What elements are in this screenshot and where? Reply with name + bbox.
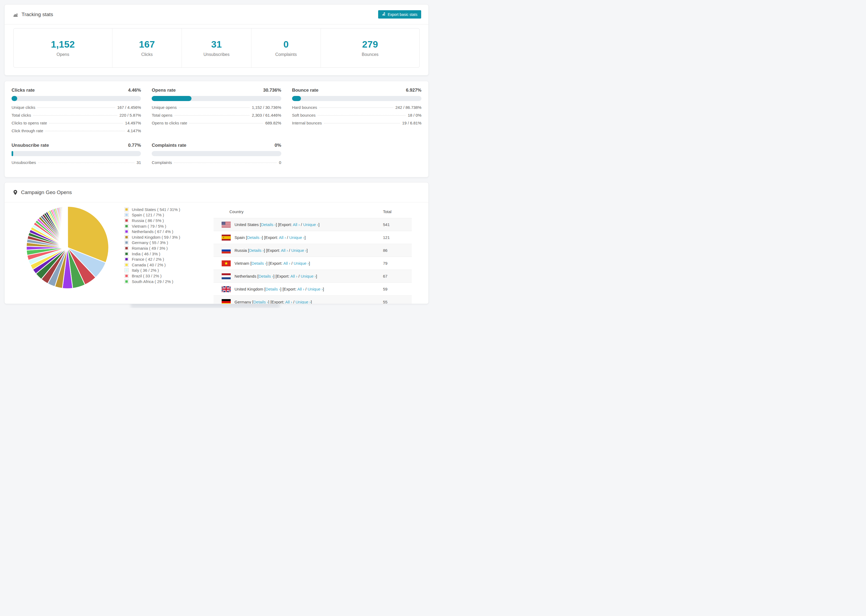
export-all-link[interactable]: All › (297, 287, 304, 291)
export-unique-link[interactable]: Unique › (308, 287, 323, 291)
us-flag-icon (222, 222, 231, 228)
rates-grid: Clicks rate4.46%Unique clicks167 / 4.456… (5, 81, 428, 174)
rate-stat-row: Click through rate4.147% (11, 129, 141, 136)
rate-stat-row: Unique opens1,152 / 30.736% (152, 105, 281, 113)
total-cell: 59 (383, 287, 412, 291)
dotted-leader (33, 115, 118, 116)
total-cell: 121 (383, 235, 412, 240)
export-all-link[interactable]: All › (281, 248, 288, 253)
export-unique-link[interactable]: Unique › (301, 274, 316, 278)
dotted-leader (46, 131, 125, 131)
legend-label: Netherlands ( 67 / 4% ) (132, 229, 173, 234)
legend-label: Vietnam ( 79 / 5% ) (132, 224, 166, 228)
stat-value: 279 (362, 39, 378, 50)
legend-item-united-kingdom[interactable]: United Kingdom ( 59 / 3% ) (124, 234, 180, 240)
country-cell: United States [Details ›] [Export: All ›… (235, 222, 383, 227)
legend-swatch (124, 224, 129, 228)
rate-stat-value: 14.497% (125, 121, 141, 125)
rate-block-unsubscribe-rate: Unsubscribe rate0.77%Unsubscribes31 (11, 143, 141, 168)
es-flag-icon (222, 235, 231, 240)
rate-stat-row: Complaints0 (152, 160, 281, 168)
stat-label: Bounces (362, 52, 378, 57)
export-unique-link[interactable]: Unique › (289, 235, 304, 240)
export-unique-link[interactable]: Unique › (291, 248, 307, 253)
export-all-link[interactable]: All › (279, 235, 286, 240)
geo-table-row-us: United States [Details ›] [Export: All ›… (214, 218, 412, 231)
export-all-link[interactable]: All › (283, 261, 290, 266)
rate-value: 4.46% (128, 88, 141, 93)
legend-swatch (124, 280, 129, 284)
details-link[interactable]: Details › (258, 274, 273, 278)
summary-strip: 1,152Opens167Clicks31Unsubscribes0Compla… (13, 28, 420, 68)
progress-bar-fill (11, 96, 17, 101)
country-cell: Vietnam [Details ›] [Export: All › / Uni… (235, 261, 383, 266)
country-name: Netherlands (235, 274, 257, 278)
legend-item-italy[interactable]: Italy ( 36 / 2% ) (124, 268, 180, 273)
details-link[interactable]: Details › (252, 261, 266, 266)
legend-label: Canada ( 40 / 2% ) (132, 262, 166, 267)
stat-value: 167 (139, 39, 155, 50)
rate-title: Clicks rate (11, 88, 35, 93)
details-link[interactable]: Details › (249, 248, 264, 253)
legend-item-brazil[interactable]: Brazil ( 33 / 2% ) (124, 273, 180, 279)
stat-value: 31 (211, 39, 222, 50)
legend-item-vietnam[interactable]: Vietnam ( 79 / 5% ) (124, 223, 180, 229)
legend-label: France ( 42 / 2% ) (132, 257, 164, 261)
rate-block-opens-rate: Opens rate30.736%Unique opens1,152 / 30.… (152, 88, 281, 129)
details-link[interactable]: Details › (261, 222, 276, 227)
legend-swatch (124, 252, 129, 256)
legend-item-spain[interactable]: Spain ( 121 / 7% ) (124, 212, 180, 218)
legend-swatch (124, 268, 129, 272)
progress-bar (152, 96, 281, 101)
ru-flag-icon (222, 248, 231, 253)
export-unique-link[interactable]: Unique › (294, 261, 309, 266)
geo-title: Campaign Geo Opens (21, 190, 72, 195)
nl-flag-icon (222, 273, 231, 279)
country-cell: Russia [Details ›] [Export: All › / Uniq… (235, 248, 383, 253)
rate-stat-value: 167 / 4.456% (117, 105, 141, 110)
rate-stat-row: Total clicks220 / 5.87% (11, 113, 141, 121)
legend-item-russia[interactable]: Russia ( 86 / 5% ) (124, 218, 180, 223)
progress-bar (292, 96, 422, 101)
details-link[interactable]: Details › (254, 300, 268, 304)
rate-stat-label: Unique clicks (11, 105, 35, 110)
legend-item-south-africa[interactable]: South Africa ( 29 / 2% ) (124, 279, 180, 284)
legend-label: United States ( 541 / 31% ) (132, 207, 180, 212)
export-all-link[interactable]: All › (285, 300, 292, 304)
total-cell: 55 (383, 300, 412, 304)
rate-stat-row: Hard bounces242 / 86.738% (292, 105, 422, 113)
export-all-link[interactable]: All › (290, 274, 298, 278)
progress-bar (11, 151, 141, 156)
rate-stat-row: Internal bounces19 / 6.81% (292, 121, 422, 129)
legend-swatch (124, 274, 129, 278)
rate-stat-label: Complaints (152, 160, 172, 165)
rate-title: Opens rate (152, 88, 176, 93)
details-link[interactable]: Details › (265, 287, 280, 291)
rate-stat-label: Total clicks (11, 113, 31, 118)
details-link[interactable]: Details › (247, 235, 262, 240)
legend-item-germany[interactable]: Germany ( 55 / 3% ) (124, 240, 180, 246)
legend-label: Brazil ( 33 / 2% ) (132, 273, 162, 278)
rate-stat-label: Hard bounces (292, 105, 317, 110)
total-cell: 79 (383, 261, 412, 266)
legend-item-netherlands[interactable]: Netherlands ( 67 / 4% ) (124, 229, 180, 234)
dotted-leader (319, 107, 393, 108)
rate-block-clicks-rate: Clicks rate4.46%Unique clicks167 / 4.456… (11, 88, 141, 136)
legend-item-canada[interactable]: Canada ( 40 / 2% ) (124, 262, 180, 268)
rate-stat-label: Total opens (152, 113, 172, 118)
legend-item-united-states[interactable]: United States ( 541 / 31% ) (124, 207, 180, 212)
export-all-link[interactable]: All › (293, 222, 300, 227)
dotted-leader (175, 115, 250, 116)
legend-label: South Africa ( 29 / 2% ) (132, 279, 173, 284)
legend-item-india[interactable]: India ( 46 / 3% ) (124, 251, 180, 257)
legend-item-romania[interactable]: Romania ( 49 / 3% ) (124, 245, 180, 251)
export-unique-link[interactable]: Unique › (303, 222, 318, 227)
legend-item-france[interactable]: France ( 42 / 2% ) (124, 256, 180, 262)
legend-swatch (124, 246, 129, 250)
geo-table-row-vn: Vietnam [Details ›] [Export: All › / Uni… (214, 257, 412, 270)
export-unique-link[interactable]: Unique › (296, 300, 311, 304)
export-basic-stats-button[interactable]: Export basic stats (378, 10, 422, 19)
geo-table-row-es: Spain [Details ›] [Export: All › / Uniqu… (214, 231, 412, 244)
rate-stat-row: Clicks to opens rate14.497% (11, 121, 141, 129)
rate-value: 30.736% (263, 88, 281, 93)
